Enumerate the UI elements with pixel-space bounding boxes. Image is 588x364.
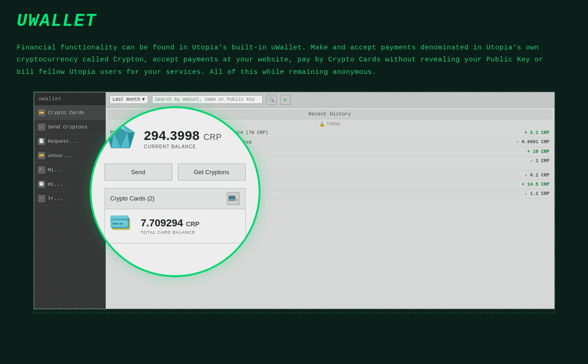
- action-buttons: Send Get Cryptons: [104, 164, 246, 181]
- svg-rect-17: [120, 223, 123, 224]
- history-amount: - 1 CRP: [526, 158, 549, 169]
- history-amount: + 10 CRP: [523, 149, 549, 154]
- settings-button[interactable]: ⚙: [280, 95, 291, 105]
- sidebar-item-label: Crypto Cards: [48, 110, 85, 115]
- add-card-button[interactable]: +: [227, 192, 240, 205]
- sidebar-item-crypto-cards[interactable]: 💳 Crypto Cards: [34, 106, 105, 120]
- crypto-cards-icon: 💳: [38, 109, 45, 116]
- sidebar-item-request[interactable]: 📄 Request...: [34, 134, 105, 149]
- card-balance-label: TOTAL CARD BALANCE: [141, 230, 200, 235]
- history-amount: - 0.0001 CRP: [512, 140, 549, 145]
- sidebar-item-label: Request...: [48, 139, 79, 144]
- sidebar-header: uWallet: [34, 92, 105, 106]
- card-balance-info: 7.709294 CRP TOTAL CARD BALANCE: [141, 217, 200, 235]
- mining-icon: ⛏: [38, 166, 45, 174]
- period-label: Last month: [113, 97, 140, 102]
- card-icon: [110, 215, 134, 237]
- history-icon: 🕐: [38, 181, 45, 188]
- search-button[interactable]: 🔍: [267, 95, 277, 105]
- crypto-cards-section: Crypto Cards (2) +: [104, 188, 246, 243]
- sidebar-item-label: Mi...: [48, 167, 63, 173]
- sidebar-item-send-cryptons[interactable]: ↗ Send Cryptons: [34, 120, 105, 134]
- balance-amount: 294.3998 CRP: [144, 128, 222, 143]
- sidebar-item-label: Send Cryptons: [48, 124, 88, 130]
- lock-icon: 🔒: [319, 121, 325, 127]
- chevron-down-icon: ▼: [142, 97, 145, 102]
- wallet-circle-overlay: 294.3998 CRP CURRENT BALANCE Send Get Cr…: [90, 106, 261, 277]
- balance-info: 294.3998 CRP CURRENT BALANCE: [144, 128, 222, 149]
- send-button[interactable]: Send: [104, 164, 172, 181]
- card-balance-row: 7.709294 CRP TOTAL CARD BALANCE: [105, 209, 245, 243]
- history-amount: + 14.5 CRP: [518, 182, 549, 187]
- svg-rect-14: [110, 216, 128, 227]
- sidebar-item-label: uVouc...: [48, 153, 73, 158]
- page-description: Financial functionality can be found in …: [17, 42, 562, 79]
- send-icon: ↗: [38, 123, 45, 131]
- main-toolbar: Last month ▼ Search by amount, name or P…: [106, 92, 554, 108]
- transfer-icon: ↔: [38, 195, 45, 202]
- svg-rect-9: [229, 197, 235, 198]
- sidebar-item-label: Hi...: [48, 182, 63, 187]
- screenshot-container: uWallet 💳 Crypto Cards ↗ Send Cryptons 📄…: [33, 91, 555, 313]
- svg-rect-15: [110, 218, 128, 220]
- balance-label: CURRENT BALANCE: [144, 144, 222, 149]
- history-amount: - 1.2 CRP: [521, 191, 549, 196]
- sidebar-item-label: Tr...: [48, 196, 63, 201]
- voucher-icon: 🎫: [38, 152, 45, 159]
- svg-text:+: +: [236, 198, 238, 202]
- crypto-cards-title: Crypto Cards (2): [110, 195, 155, 202]
- page-title: UWALLET: [17, 11, 571, 31]
- request-icon: 📄: [38, 138, 45, 145]
- card-balance-currency: CRP: [186, 220, 200, 228]
- balance-currency: CRP: [204, 133, 222, 142]
- history-amount: + 2.1 CRP: [521, 130, 549, 135]
- crypto-cards-header: Crypto Cards (2) +: [105, 188, 245, 209]
- balance-row: 294.3998 CRP CURRENT BALANCE: [104, 121, 246, 157]
- get-cryptons-button[interactable]: Get Cryptons: [178, 164, 246, 181]
- history-amount: - 0.1 CRP: [521, 173, 549, 178]
- period-dropdown[interactable]: Last month ▼: [109, 95, 148, 104]
- sidebar-item-uvouchers[interactable]: 🎫 uVouc...: [34, 149, 105, 163]
- search-input[interactable]: Search by amount, name or Public Key: [152, 95, 263, 104]
- svg-rect-16: [112, 223, 119, 224]
- card-balance-amount: 7.709294 CRP: [141, 217, 200, 229]
